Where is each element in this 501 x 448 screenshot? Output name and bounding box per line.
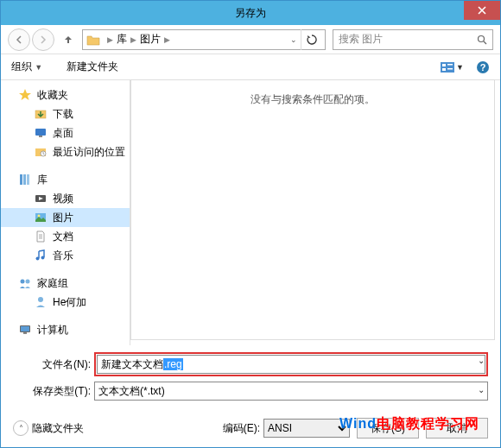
filetype-label: 保存类型(T): <box>13 384 94 399</box>
cancel-button[interactable]: 取消 <box>426 418 488 439</box>
recent-icon <box>34 145 48 159</box>
breadcrumb-sep: ▶ <box>107 35 113 44</box>
view-button[interactable]: ▼ <box>441 62 464 73</box>
arrow-left-icon <box>15 35 23 44</box>
nav-bar: ▶ 库 ▶ 图片 ▶ ⌄ 搜索 图片 <box>1 25 500 54</box>
svg-rect-14 <box>23 174 26 185</box>
filename-label: 文件名(N): <box>13 357 94 372</box>
close-button[interactable] <box>464 1 500 20</box>
arrow-up-icon <box>63 35 73 45</box>
help-icon: ? <box>476 60 490 74</box>
empty-message: 没有与搜索条件匹配的项。 <box>250 92 375 107</box>
tree-videos[interactable]: 视频 <box>1 189 130 208</box>
tree-documents[interactable]: 文档 <box>1 227 130 246</box>
folder-tree: 收藏夹 下载 桌面 最近访问的位置 库 <box>1 80 130 345</box>
tree-libraries[interactable]: 库 <box>1 170 130 189</box>
tree-computer[interactable]: 计算机 <box>1 320 130 339</box>
svg-rect-13 <box>20 174 22 185</box>
tree-homegroup[interactable]: 家庭组 <box>1 274 130 293</box>
svg-rect-10 <box>39 136 42 137</box>
filename-highlight: 新建文本文档.reg <box>94 352 488 376</box>
download-icon <box>34 107 48 121</box>
pictures-icon <box>34 211 48 224</box>
hide-folders-button[interactable]: ˄ 隐藏文件夹 <box>13 420 84 436</box>
video-icon <box>34 192 48 205</box>
svg-text:?: ? <box>480 62 486 73</box>
save-form: 文件名(N): 新建文本文档.reg ⌄ 保存类型(T): 文本文档(*.txt… <box>1 345 500 414</box>
title-bar: 另存为 <box>1 1 500 25</box>
svg-rect-1 <box>441 62 454 73</box>
window-title: 另存为 <box>235 6 266 21</box>
toolbar: 组织 ▼ 新建文件夹 ▼ ? <box>1 54 500 80</box>
tree-music[interactable]: 音乐 <box>1 246 130 265</box>
tree-recent[interactable]: 最近访问的位置 <box>1 142 130 161</box>
chevron-up-icon: ˄ <box>13 420 29 436</box>
music-icon <box>34 249 48 262</box>
svg-point-22 <box>26 280 30 284</box>
arrow-right-icon <box>39 35 48 44</box>
folder-icon <box>86 34 100 46</box>
svg-point-0 <box>479 35 485 41</box>
filetype-select[interactable]: 文本文档(*.txt) <box>94 382 488 401</box>
body: 收藏夹 下载 桌面 最近访问的位置 库 <box>1 80 500 345</box>
breadcrumb-library[interactable]: 库 <box>117 32 127 47</box>
homegroup-icon <box>18 276 32 290</box>
search-box[interactable]: 搜索 图片 <box>333 29 493 50</box>
forward-button[interactable] <box>32 28 54 51</box>
new-folder-button[interactable]: 新建文件夹 <box>67 60 118 74</box>
svg-rect-15 <box>27 174 29 185</box>
encoding-label: 编码(E): <box>223 421 260 436</box>
file-list: 没有与搜索条件匹配的项。 <box>130 79 495 340</box>
close-icon <box>478 6 486 15</box>
svg-point-19 <box>36 257 40 261</box>
encoding-select[interactable]: ANSI <box>263 419 350 438</box>
svg-point-20 <box>41 256 45 260</box>
footer: ˄ 隐藏文件夹 编码(E): ANSI 保存(S) 取消 <box>1 414 500 447</box>
tree-pictures[interactable]: 图片 <box>1 208 130 227</box>
documents-icon <box>34 230 48 243</box>
refresh-icon <box>307 35 317 45</box>
back-button[interactable] <box>8 28 30 51</box>
libraries-icon <box>18 173 32 186</box>
desktop-icon <box>34 126 48 140</box>
svg-rect-2 <box>442 64 446 66</box>
tree-downloads[interactable]: 下载 <box>1 104 130 123</box>
organize-button[interactable]: 组织 ▼ <box>11 60 42 74</box>
star-icon <box>18 88 32 102</box>
address-dropdown[interactable]: ⌄ <box>287 35 301 44</box>
filename-input[interactable]: 新建文本文档.reg <box>97 355 485 374</box>
breadcrumb-sep: ▶ <box>164 35 170 44</box>
user-icon <box>34 295 48 309</box>
svg-rect-4 <box>447 64 453 66</box>
tree-favorites[interactable]: 收藏夹 <box>1 85 130 104</box>
search-icon <box>477 35 487 45</box>
svg-rect-25 <box>21 326 29 331</box>
search-placeholder: 搜索 图片 <box>339 32 383 47</box>
help-button[interactable]: ? <box>476 60 490 74</box>
svg-rect-26 <box>23 332 27 334</box>
svg-rect-9 <box>35 129 46 136</box>
up-button[interactable] <box>60 31 77 48</box>
svg-point-23 <box>38 297 43 302</box>
view-icon <box>441 62 454 73</box>
tree-desktop[interactable]: 桌面 <box>1 123 130 142</box>
svg-rect-5 <box>447 68 453 70</box>
address-bar[interactable]: ▶ 库 ▶ 图片 ▶ ⌄ <box>82 29 326 50</box>
breadcrumb-pictures[interactable]: 图片 <box>140 32 161 47</box>
computer-icon <box>18 323 32 337</box>
breadcrumb-sep: ▶ <box>130 35 136 44</box>
svg-point-21 <box>21 280 25 284</box>
save-as-dialog: 另存为 ▶ 库 ▶ 图片 ▶ ⌄ 搜索 图片 <box>0 0 501 448</box>
tree-user[interactable]: He何加 <box>1 293 130 312</box>
svg-rect-3 <box>442 68 446 71</box>
save-button[interactable]: 保存(S) <box>357 418 419 439</box>
refresh-button[interactable] <box>301 29 321 50</box>
